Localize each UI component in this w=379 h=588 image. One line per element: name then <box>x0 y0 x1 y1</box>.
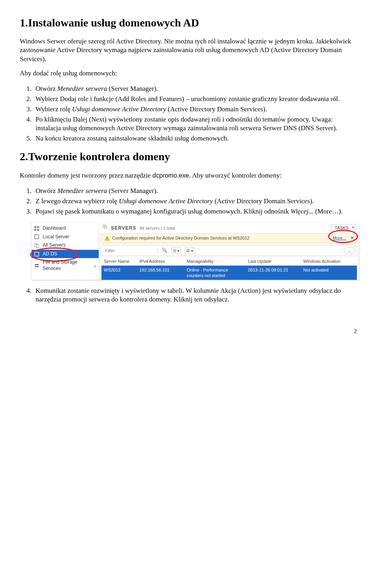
ordered-list-2: Otwórz Menedżer serwera (Server Manager)… <box>33 187 359 216</box>
cell-last-update: 2013-11-26 09:01:21 <box>248 267 303 279</box>
text: (More…). <box>313 208 343 215</box>
list2-item1: Otwórz Menedżer serwera (Server Manager)… <box>33 187 359 195</box>
svg-rect-4 <box>35 235 39 239</box>
text-italic: Usługi domenowe Active Directory <box>72 105 166 113</box>
col-server-name[interactable]: Server Name <box>104 258 139 264</box>
text: Z lewego drzewa wybierz rolę <box>36 197 119 205</box>
section2-heading: 2.Tworzenie kontrolera domeny <box>20 150 359 164</box>
sidebar-item-label: Local Server <box>43 234 69 240</box>
list1-item5: Na końcu kreatora zostaną zainstalowane … <box>33 134 359 143</box>
svg-rect-1 <box>37 226 39 228</box>
text: Otwórz <box>36 187 57 195</box>
svg-rect-11 <box>105 226 107 228</box>
col-manageability[interactable]: Manageability <box>187 258 248 264</box>
col-last-update[interactable]: Last Update <box>248 258 303 264</box>
file-storage-icon <box>34 263 39 268</box>
text-italic: Menedżer serwera <box>57 85 107 92</box>
chevron-right-icon: ▹ <box>94 263 96 268</box>
sidebar-item-adds[interactable]: AD DS <box>32 250 99 258</box>
svg-rect-8 <box>35 264 39 265</box>
list2-item2: Z lewego drzewa wybierz rolę Usługi dome… <box>33 197 359 206</box>
text: (Server Manager). <box>107 187 158 195</box>
cell-ipv4: 192.168.56.101 <box>139 267 187 279</box>
svg-rect-0 <box>34 226 36 228</box>
panel-title: SERVERS <box>111 225 136 232</box>
servers-table: Server Name IPv4 Address Manageability L… <box>101 257 357 280</box>
text: Otwórz <box>36 85 57 92</box>
text: Pojawi się pasek komunikatu o wymaganej … <box>36 208 291 215</box>
sidebar: Dashboard Local Server All Servers AD DS <box>32 223 99 280</box>
list1-item1: Otwórz Menedżer serwera (Server Manager)… <box>33 84 359 93</box>
filter-button-2[interactable]: ⦿ ▾ <box>185 247 194 254</box>
svg-rect-14 <box>107 239 107 240</box>
text: (Active Directory Domain Services). <box>213 197 313 205</box>
svg-rect-9 <box>35 266 39 267</box>
filter-button-1[interactable]: ☰ ▾ <box>171 247 181 254</box>
sidebar-item-label: AD DS <box>43 251 57 257</box>
main-panel: SERVERS All servers | 1 total TASKS Conf… <box>99 223 359 280</box>
panel-header: SERVERS All servers | 1 total TASKS <box>99 223 359 233</box>
tool-name: dcpromo.exe <box>152 172 189 179</box>
list1-item2: Wybierz Dodaj role i funkcje (Add Roles … <box>33 95 359 103</box>
search-icon[interactable]: 🔍 <box>161 247 167 254</box>
sidebar-item-local-server[interactable]: Local Server <box>32 233 99 242</box>
paragraph-2a: Kontroler domeny jest tworzony przez nar… <box>20 171 359 180</box>
server-manager-screenshot: Dashboard Local Server All Servers AD DS <box>32 223 359 280</box>
section1-heading: 1.Instalowanie usług domenowych AD <box>20 16 359 30</box>
filter-bar: 🔍 ☰ ▾ ⦿ ▾ ⌄ <box>101 245 357 256</box>
text: Kontroler domeny jest tworzony przez nar… <box>20 172 152 179</box>
dashboard-icon <box>34 226 39 231</box>
sidebar-item-label: File and Storage Services <box>43 259 96 272</box>
sidebar-item-dashboard[interactable]: Dashboard <box>32 224 99 233</box>
cell-activation: Not activated <box>303 267 355 279</box>
text: Wybierz rolę <box>36 105 72 113</box>
panel-subtitle: All servers | 1 total <box>139 225 175 231</box>
server-icon <box>34 234 39 240</box>
filter-input[interactable] <box>104 248 153 253</box>
separator <box>157 248 158 253</box>
list2-item4: Komunikat zostanie rozwinięty i wyświetl… <box>33 287 359 304</box>
more-link[interactable]: More... <box>333 235 346 241</box>
sidebar-item-all-servers[interactable]: All Servers <box>32 241 99 250</box>
warning-bar: Configuration required for Active Direct… <box>101 233 357 243</box>
col-activation[interactable]: Windows Activation <box>303 258 355 264</box>
svg-rect-3 <box>37 229 39 231</box>
cell-server-name: WS2012 <box>104 267 139 279</box>
close-icon[interactable]: ✕ <box>350 235 354 242</box>
ordered-list-1: Otwórz Menedżer serwera (Server Manager)… <box>33 84 359 143</box>
text: (Active Directory Domain Services). <box>166 105 267 113</box>
tasks-dropdown[interactable]: TASKS <box>331 224 356 231</box>
adds-icon <box>34 251 39 257</box>
text: (Server Manager). <box>107 85 158 92</box>
warning-text: Configuration required for Active Direct… <box>112 235 333 241</box>
list1-item4: Po kliknięciu Dalej (Next) wyświetlony z… <box>33 115 359 133</box>
text: . Aby utworzyć kontroler domeny: <box>189 172 282 179</box>
page-number: 2 <box>20 328 359 335</box>
sidebar-item-label: Dashboard <box>43 225 66 232</box>
warning-icon <box>104 235 110 241</box>
svg-rect-6 <box>36 245 39 247</box>
sidebar-item-label: All Servers <box>43 242 66 249</box>
text-italic: Usługi domenowe Active Directory <box>119 197 213 205</box>
svg-rect-2 <box>34 229 36 231</box>
text-italic: Więcej... <box>291 208 313 215</box>
servers-icon <box>34 243 39 248</box>
sidebar-item-file-storage[interactable]: File and Storage Services ▹ <box>32 258 99 273</box>
table-row[interactable]: WS2012 192.168.56.101 Online - Performan… <box>101 266 357 280</box>
paragraph-1b: Aby dodać rolę usług domenowych: <box>20 69 359 78</box>
svg-rect-13 <box>107 237 107 239</box>
table-header: Server Name IPv4 Address Manageability L… <box>101 257 357 265</box>
ordered-list-2-cont: Komunikat zostanie rozwinięty i wyświetl… <box>33 287 359 304</box>
text-italic: Menedżer serwera <box>57 187 107 195</box>
servers-icon <box>102 224 108 232</box>
expand-button[interactable]: ⌄ <box>345 247 354 254</box>
col-ipv4[interactable]: IPv4 Address <box>139 258 187 264</box>
list2-item3: Pojawi się pasek komunikatu o wymaganej … <box>33 207 359 216</box>
svg-rect-7 <box>35 252 39 256</box>
list1-item3: Wybierz rolę Usługi domenowe Active Dire… <box>33 105 359 114</box>
cell-manageability: Online - Performance counters not starte… <box>187 267 248 279</box>
paragraph-1a: Windows Serwer oferuje szereg ról Active… <box>20 37 359 63</box>
